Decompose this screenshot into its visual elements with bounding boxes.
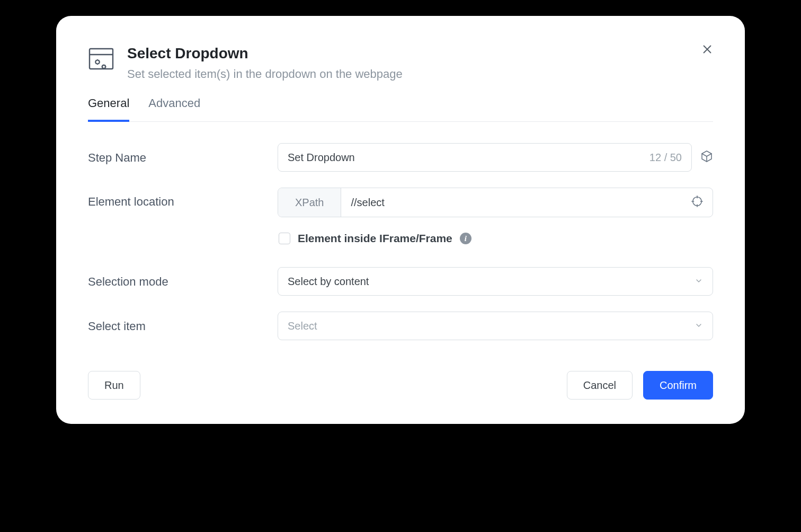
modal-title: Select Dropdown (127, 45, 713, 63)
svg-line-19 (105, 68, 105, 68)
step-name-input[interactable]: Set Dropdown 12 / 50 (278, 143, 692, 172)
select-item-label: Select item (88, 318, 278, 333)
element-location-label: Element location (88, 188, 278, 209)
svg-line-12 (96, 64, 96, 64)
svg-line-18 (102, 65, 103, 66)
tab-bar: General Advanced (88, 96, 713, 122)
element-location-input[interactable]: XPath //select (278, 188, 713, 217)
close-button[interactable] (699, 41, 715, 59)
step-name-value: Set Dropdown (288, 152, 355, 164)
select-dropdown-modal: Select Dropdown Set selected item(s) in … (56, 16, 745, 424)
element-picker-icon[interactable] (691, 196, 703, 210)
modal-footer: Run Cancel Confirm (88, 371, 713, 400)
selection-mode-label: Selection mode (88, 274, 278, 289)
info-icon[interactable]: i (460, 233, 471, 244)
svg-line-10 (99, 64, 100, 64)
chevron-down-icon (695, 276, 703, 288)
element-location-type[interactable]: XPath (278, 188, 341, 217)
selection-mode-value: Select by content (288, 276, 369, 288)
svg-line-20 (105, 65, 105, 66)
chevron-down-icon (695, 320, 703, 332)
tab-advanced[interactable]: Advanced (148, 96, 200, 122)
iframe-checkbox[interactable] (279, 233, 290, 244)
select-item-select[interactable]: Select (278, 312, 713, 340)
svg-rect-2 (90, 49, 113, 69)
run-button[interactable]: Run (88, 371, 140, 400)
svg-point-4 (96, 60, 100, 64)
svg-point-13 (102, 65, 105, 68)
modal-header: Select Dropdown Set selected item(s) in … (88, 45, 713, 82)
confirm-button[interactable]: Confirm (643, 371, 713, 400)
modal-subtitle: Set selected item(s) in the dropdown on … (127, 67, 713, 82)
svg-line-21 (102, 68, 103, 68)
step-name-char-count: 12 / 50 (649, 152, 682, 164)
close-icon (701, 43, 713, 55)
selection-mode-select[interactable]: Select by content (278, 267, 713, 296)
select-item-placeholder: Select (288, 320, 317, 332)
step-type-icon (88, 47, 114, 74)
cancel-button[interactable]: Cancel (567, 371, 633, 400)
svg-line-11 (99, 60, 100, 61)
element-location-value: //select (351, 197, 384, 209)
iframe-checkbox-label: Element inside IFrame/Frame (298, 232, 452, 245)
tab-general[interactable]: General (88, 96, 129, 122)
variable-picker-icon[interactable] (700, 150, 713, 165)
svg-line-9 (96, 60, 96, 61)
step-name-label: Step Name (88, 150, 278, 165)
